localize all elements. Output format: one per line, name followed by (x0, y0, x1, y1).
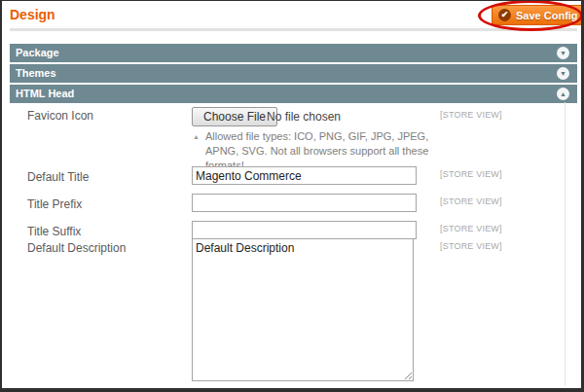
default-description-textarea[interactable] (192, 238, 414, 381)
check-icon: ✔ (498, 9, 511, 21)
favicon-icon-label: Favicon Icon (27, 109, 93, 123)
chevron-down-icon[interactable]: ▼ (557, 67, 569, 80)
scope-label-default-description: [STORE VIEW] (440, 241, 502, 251)
title-suffix-label: Title Suffix (27, 225, 81, 238)
choose-file-button[interactable]: Choose File (192, 107, 277, 126)
default-title-label: Default Title (27, 170, 89, 184)
chevron-down-icon[interactable]: ▼ (557, 47, 569, 59)
section-header-themes[interactable]: Themes ▼ (10, 64, 577, 83)
save-config-button[interactable]: ✔ Save Config (492, 5, 584, 25)
title-suffix-input[interactable] (192, 221, 417, 239)
section-header-package[interactable]: Package ▼ (10, 44, 577, 62)
section-label: Themes (16, 67, 56, 79)
note-triangle-icon: ▲ (193, 133, 200, 140)
scope-label-favicon: [STORE VIEW] (440, 110, 502, 120)
page-title: Design (10, 7, 55, 22)
title-prefix-label: Title Prefix (27, 197, 82, 211)
chevron-up-icon[interactable]: ▲ (557, 88, 569, 100)
fieldset-right-edge (565, 102, 566, 385)
section-label: Package (16, 47, 59, 58)
title-divider (10, 28, 577, 31)
default-description-label: Default Description (27, 241, 126, 255)
save-config-label: Save Config (516, 10, 578, 21)
title-prefix-input[interactable] (192, 194, 417, 212)
scope-label-title-suffix: [STORE VIEW] (440, 224, 502, 233)
default-title-input[interactable] (192, 166, 417, 185)
scope-label-title-prefix: [STORE VIEW] (440, 196, 502, 206)
section-header-html-head[interactable]: HTML Head ▲ (10, 85, 577, 103)
file-chosen-status: No file chosen (267, 110, 341, 124)
design-config-page: Design ✔ Save Config Package ▼ Themes ▼ … (0, 0, 584, 392)
section-label: HTML Head (16, 88, 74, 99)
scope-label-default-title: [STORE VIEW] (440, 169, 502, 179)
resize-handle-icon[interactable] (403, 371, 413, 380)
